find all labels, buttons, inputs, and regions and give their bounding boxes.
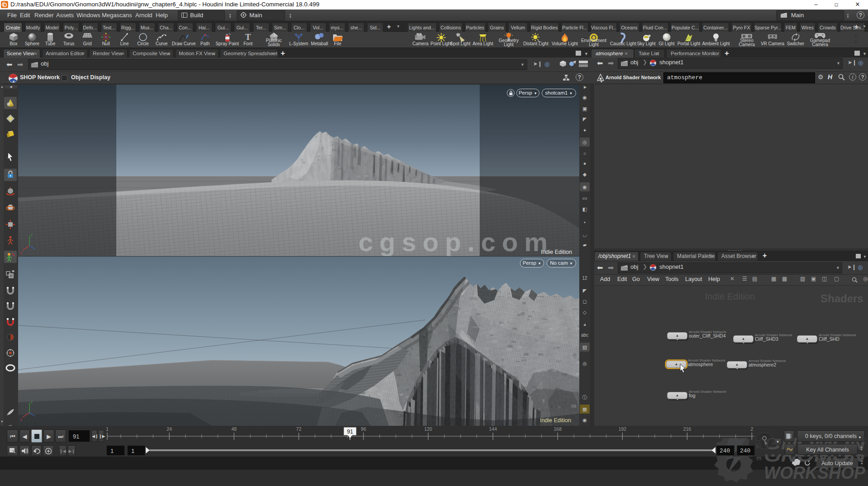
svg-text:cgsop.com: cgsop.com bbox=[358, 227, 554, 256]
svg-text:WORKSHOP: WORKSHOP bbox=[764, 463, 866, 482]
svg-text:96: 96 bbox=[361, 426, 366, 432]
svg-text:Indie Edition: Indie Edition bbox=[541, 249, 572, 255]
svg-text:2: 2 bbox=[750, 426, 753, 432]
svg-text:Indie Edition: Indie Edition bbox=[540, 417, 571, 424]
svg-text:y: y bbox=[31, 233, 33, 237]
svg-text:THE: THE bbox=[755, 457, 763, 461]
svg-text:24: 24 bbox=[167, 426, 172, 432]
svg-text:48: 48 bbox=[231, 426, 237, 432]
svg-text:168: 168 bbox=[554, 426, 562, 432]
svg-text:192: 192 bbox=[619, 426, 627, 432]
svg-text:T: T bbox=[245, 33, 251, 42]
svg-text:z: z bbox=[20, 418, 22, 422]
svg-text:1: 1 bbox=[106, 426, 109, 432]
svg-text:216: 216 bbox=[683, 426, 692, 432]
svg-text:91: 91 bbox=[347, 429, 353, 435]
svg-text:z: z bbox=[20, 251, 22, 255]
svg-text:144: 144 bbox=[489, 426, 497, 432]
svg-text:72: 72 bbox=[296, 426, 301, 432]
svg-text:120: 120 bbox=[424, 426, 432, 432]
svg-text:y: y bbox=[31, 400, 33, 404]
